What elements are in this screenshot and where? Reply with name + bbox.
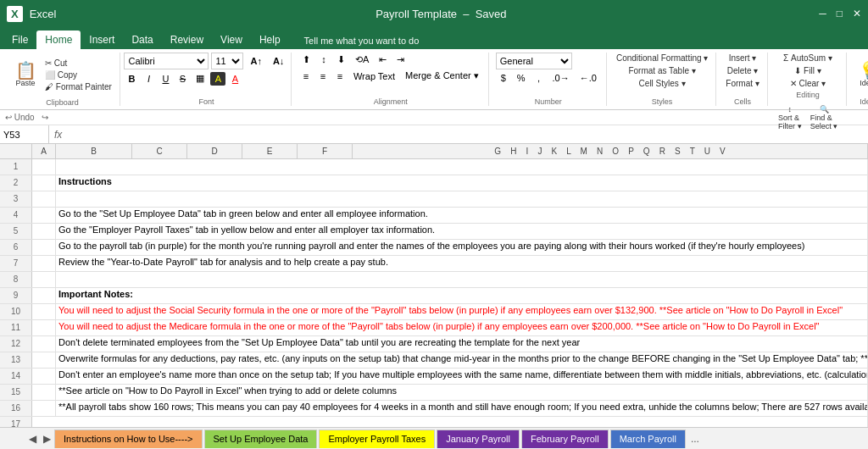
text-direction-button[interactable]: ⟲A — [351, 53, 373, 67]
strikethrough-button[interactable]: S — [175, 72, 190, 86]
merge-center-button[interactable]: Merge & Center ▾ — [401, 69, 483, 83]
sort-filter-button[interactable]: ↕Sort &Filter ▾ — [775, 101, 805, 135]
align-left-button[interactable]: ≡ — [298, 69, 314, 83]
autosum-button[interactable]: Σ AutoSum ▾ — [781, 53, 835, 64]
col-header-rest[interactable]: G H I J K L M N O P Q R S T U V — [353, 144, 868, 158]
app-name: Excel — [30, 8, 57, 20]
format-painter-button[interactable]: 🖌 Format Painter — [42, 81, 114, 92]
align-bottom-button[interactable]: ⬇ — [333, 53, 349, 67]
comma-button[interactable]: , — [531, 71, 547, 85]
underline-button[interactable]: U — [158, 72, 173, 86]
table-row: 8 — [0, 272, 868, 288]
fill-button[interactable]: ⬇ Fill ▾ — [792, 65, 823, 76]
font-group: Calibri 11 A↑ A↓ B I U S ▦ A A Font — [122, 53, 292, 106]
align-top-button[interactable]: ⬆ — [298, 53, 314, 67]
tab-next-button[interactable]: ▶ — [40, 433, 54, 445]
window-controls[interactable]: ─ □ ✕ — [819, 8, 861, 19]
number-format-select[interactable]: General — [496, 53, 572, 69]
paste-button[interactable]: 📋 Paste — [10, 53, 41, 97]
cut-button[interactable]: ✂ Cut — [42, 58, 114, 69]
clipboard-group: 📋 Paste ✂ Cut ⬜ Copy 🖌 Format Painter Cl… — [5, 53, 120, 106]
table-row: 1 — [0, 159, 868, 175]
copy-button[interactable]: ⬜ Copy — [42, 69, 114, 80]
cell-reference-box[interactable]: Y53 — [0, 125, 49, 143]
search-icon: 🔍 — [820, 105, 829, 114]
col-header-F[interactable]: F — [298, 144, 353, 158]
format-table-button[interactable]: Format as Table ▾ — [626, 65, 698, 76]
tab-february-payroll[interactable]: February Payroll — [521, 430, 609, 448]
cell-styles-button[interactable]: Cell Styles ▾ — [637, 78, 688, 89]
percent-button[interactable]: % — [513, 71, 530, 85]
excel-logo: X — [7, 6, 23, 22]
table-row: 16 **All payroll tabs show 160 rows; Thi… — [0, 401, 868, 417]
col-header-A[interactable]: A — [32, 144, 56, 158]
ribbon-toolbar: 📋 Paste ✂ Cut ⬜ Copy 🖌 Format Painter Cl… — [0, 49, 868, 110]
format-button[interactable]: Format ▾ — [723, 78, 761, 89]
wrap-text-button[interactable]: Wrap Text — [349, 69, 399, 83]
tab-home[interactable]: Home — [36, 30, 81, 49]
tab-view[interactable]: View — [212, 30, 251, 49]
tab-prev-button[interactable]: ◀ — [25, 433, 40, 445]
table-row: 7 Review the "Year-to-Date Payroll" tab … — [0, 256, 868, 272]
tab-march-payroll[interactable]: March Payroll — [610, 430, 686, 448]
font-grow-button[interactable]: A↑ — [246, 54, 265, 68]
spreadsheet-grid: 1 2 Instructions 3 4 Go to the "Set Up E… — [0, 159, 868, 449]
font-shrink-button[interactable]: A↓ — [269, 54, 288, 68]
sheet-tabs: ◀ ▶ Instructions on How to Use----> Set … — [0, 427, 868, 449]
tab-data[interactable]: Data — [123, 30, 161, 49]
col-header-C[interactable]: C — [132, 144, 187, 158]
undo-button[interactable]: ↩ Undo — [5, 113, 35, 122]
ribbon-tabs: File Home Insert Data Review View Help T… — [0, 27, 868, 49]
formula-bar: Y53 fx — [0, 125, 868, 144]
tab-instructions[interactable]: Instructions on How to Use----> — [54, 430, 203, 448]
insert-button[interactable]: Insert ▾ — [726, 53, 760, 64]
editing-group: Σ AutoSum ▾ ⬇ Fill ▾ ✕ Clear ▾ Editing ↕… — [770, 53, 848, 106]
decimal-increase-button[interactable]: .0→ — [548, 71, 574, 85]
col-header-D[interactable]: D — [187, 144, 242, 158]
fill-color-button[interactable]: A — [210, 72, 225, 86]
tab-more-button[interactable]: ... — [687, 433, 703, 445]
maximize-button[interactable]: □ — [837, 8, 843, 19]
bold-button[interactable]: B — [124, 72, 139, 86]
currency-button[interactable]: $ — [496, 71, 511, 85]
table-row: 13 Overwrite formulas for any deductions… — [0, 352, 868, 369]
find-select-button[interactable]: 🔍Find &Select ▾ — [807, 101, 842, 135]
conditional-formatting-button[interactable]: Conditional Formatting ▾ — [614, 53, 710, 64]
table-row: 12 Don't delete terminated employees fro… — [0, 336, 868, 352]
ideas-button[interactable]: 💡 Ideas — [854, 53, 868, 96]
tab-setup[interactable]: Set Up Employee Data — [204, 430, 318, 448]
align-right-button[interactable]: ≡ — [332, 69, 348, 83]
delete-button[interactable]: Delete ▾ — [725, 65, 761, 76]
border-button[interactable]: ▦ — [192, 71, 209, 86]
tab-employer-taxes[interactable]: Employer Payroll Taxes — [319, 430, 435, 448]
tab-insert[interactable]: Insert — [81, 30, 123, 49]
align-center-button[interactable]: ≡ — [315, 69, 331, 83]
indent-decrease-button[interactable]: ⇤ — [375, 53, 391, 67]
col-header-E[interactable]: E — [242, 144, 298, 158]
tab-review[interactable]: Review — [162, 30, 212, 49]
decimal-decrease-button[interactable]: ←.0 — [576, 71, 601, 85]
clear-button[interactable]: ✕ Clear ▾ — [787, 78, 828, 89]
cells-group: Insert ▾ Delete ▾ Format ▾ Cells — [718, 53, 767, 106]
italic-button[interactable]: I — [141, 72, 156, 86]
fx-label: fx — [49, 129, 67, 141]
table-row: 11 You will need to adjust the Medicare … — [0, 320, 868, 336]
redo-button[interactable]: ↪ — [42, 113, 48, 122]
tab-help[interactable]: Help — [251, 30, 289, 49]
col-header-B[interactable]: B — [56, 144, 132, 158]
font-size-select[interactable]: 11 — [211, 53, 243, 69]
table-row: 10 You will need to adjust the Social Se… — [0, 304, 868, 320]
font-color-button[interactable]: A — [227, 72, 242, 86]
clipboard-small: ✂ Cut ⬜ Copy 🖌 Format Painter — [42, 58, 114, 92]
tell-me-input[interactable]: Tell me what you want to do — [298, 32, 426, 49]
table-row: 4 Go to the "Set Up Employee Data" tab i… — [0, 208, 868, 224]
indent-increase-button[interactable]: ⇥ — [392, 53, 409, 67]
tab-file[interactable]: File — [3, 30, 36, 49]
excel-logo-letter: X — [11, 8, 19, 20]
number-group: General $ % , .0→ ←.0 Number — [491, 53, 607, 106]
minimize-button[interactable]: ─ — [819, 8, 826, 19]
tab-january-payroll[interactable]: January Payroll — [437, 430, 520, 448]
font-family-select[interactable]: Calibri — [124, 53, 209, 69]
align-middle-button[interactable]: ↕ — [316, 53, 331, 67]
close-button[interactable]: ✕ — [853, 8, 861, 19]
